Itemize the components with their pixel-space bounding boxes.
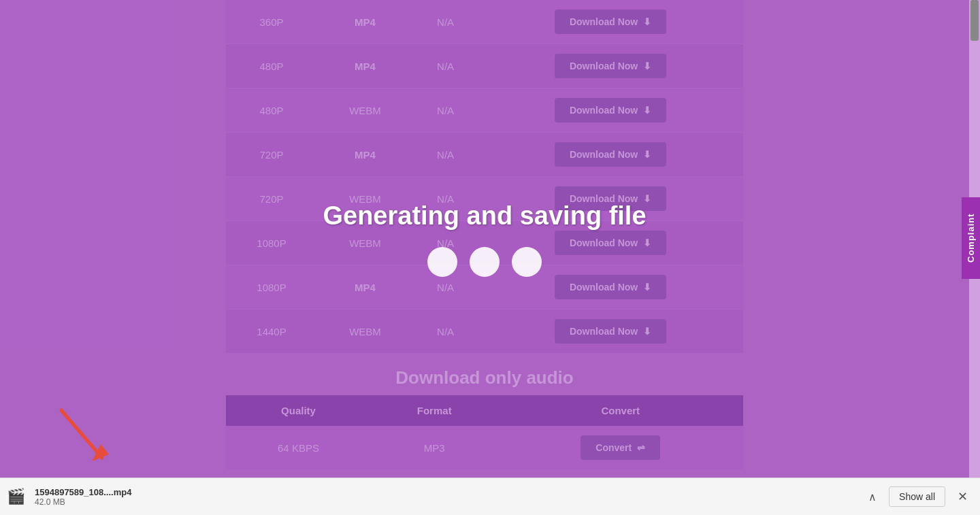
complaint-tab[interactable]: Complaint [962, 197, 980, 279]
download-file-info: 1594897589_108....mp4 42.0 MB [35, 487, 856, 507]
download-expand-button[interactable]: ∧ [863, 488, 882, 506]
generating-overlay: Generating and saving file [0, 0, 969, 478]
overlay-text: Generating and saving file [323, 201, 646, 231]
download-bar-icon: 🎬 [7, 488, 25, 505]
show-all-button[interactable]: Show all [889, 486, 945, 507]
spinner-dots [427, 247, 542, 277]
dot-1 [427, 247, 457, 277]
main-content: 360PMP4N/ADownload Now ⬇480PMP4N/ADownlo… [0, 0, 969, 478]
download-bar: 🎬 1594897589_108....mp4 42.0 MB ∧ Show a… [0, 478, 980, 515]
download-filesize: 42.0 MB [35, 497, 856, 507]
scrollbar-thumb[interactable] [970, 0, 979, 41]
download-filename: 1594897589_108....mp4 [35, 487, 856, 497]
close-download-bar-button[interactable]: ✕ [952, 486, 973, 507]
dot-2 [470, 247, 500, 277]
dot-3 [512, 247, 542, 277]
